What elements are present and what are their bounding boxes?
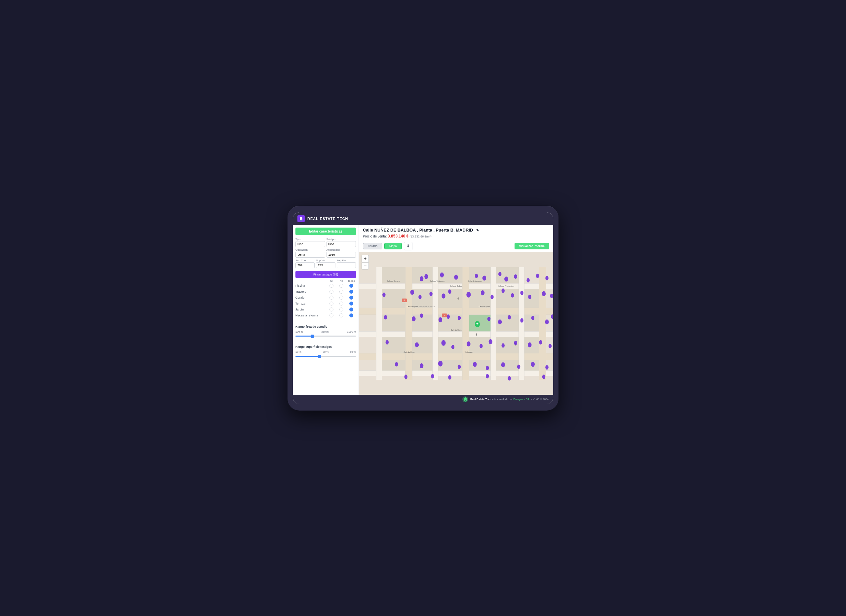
- filter-col-todos: Todos: [347, 279, 356, 282]
- filter-table: Sí No Todos Piscina Trastero: [293, 279, 358, 320]
- form-operacion-antiguedad: Operación Venta Antigüedad 1960: [293, 248, 358, 258]
- svg-point-111: [549, 344, 552, 348]
- radio-trastero-si[interactable]: [329, 290, 333, 293]
- svg-rect-7: [376, 267, 382, 380]
- antiguedad-input[interactable]: 1960: [326, 252, 356, 258]
- radio-terraza-no[interactable]: [339, 302, 343, 305]
- svg-text:Calle de Goya: Calle de Goya: [404, 351, 414, 353]
- footer-logo-icon: [462, 396, 468, 402]
- svg-point-63: [482, 276, 486, 280]
- edit-button[interactable]: Editar características: [295, 227, 356, 235]
- svg-point-94: [498, 320, 502, 324]
- radio-jardin-no[interactable]: [339, 308, 343, 311]
- svg-point-95: [508, 315, 511, 319]
- svg-point-78: [491, 295, 494, 299]
- range-estudio-slider[interactable]: [295, 334, 356, 339]
- download-button[interactable]: ⬇: [404, 242, 413, 250]
- radio-reforma-no[interactable]: [339, 314, 343, 317]
- radio-reforma-todos[interactable]: [349, 314, 353, 317]
- map-container[interactable]: Calle de Serrano Calle de Velázquez Call…: [359, 252, 553, 395]
- zoom-in-button[interactable]: +: [361, 255, 369, 262]
- radio-piscina-no[interactable]: [339, 284, 343, 288]
- range-estudio-section: Rango área de estudio 100 m 350 m 1000 m: [293, 323, 358, 343]
- tab-listado[interactable]: Listado: [363, 243, 382, 249]
- svg-rect-13: [539, 267, 546, 380]
- svg-point-75: [448, 289, 451, 293]
- filter-row-trastero: Trastero: [295, 290, 356, 293]
- svg-point-123: [431, 374, 434, 378]
- filter-label-trastero: Trastero: [295, 290, 326, 293]
- range-estudio-thumb[interactable]: [311, 334, 314, 338]
- radio-garaje-todos[interactable]: [349, 296, 353, 299]
- radio-jardin-todos[interactable]: [349, 308, 353, 311]
- svg-point-96: [520, 318, 523, 323]
- divider-1: [295, 321, 356, 321]
- svg-point-102: [441, 340, 445, 346]
- sup-viv-input[interactable]: 245: [316, 262, 335, 268]
- radio-piscina-si[interactable]: [329, 284, 333, 288]
- range-superficie-slider[interactable]: [295, 354, 356, 359]
- svg-rect-11: [491, 267, 496, 380]
- svg-point-71: [410, 290, 414, 295]
- svg-point-70: [382, 292, 385, 296]
- property-planta: , Planta: [417, 227, 432, 233]
- svg-point-60: [440, 272, 444, 277]
- radio-trastero-todos[interactable]: [349, 290, 353, 293]
- sup-par-input[interactable]: [337, 262, 356, 268]
- report-button[interactable]: Visualizar Informe: [514, 243, 549, 249]
- range-estudio-mid: 350 m: [321, 330, 329, 333]
- zoom-out-button[interactable]: −: [361, 262, 369, 270]
- map-toolbar: Listado Mapa ⬇ Visualizar Informe: [359, 240, 553, 252]
- range-superficie-section: Rango superficie testigos 10 % 30 % 60 %: [293, 343, 358, 363]
- download-icon: ⬇: [407, 244, 410, 248]
- svg-point-66: [514, 274, 517, 279]
- range-estudio-labels: 100 m 350 m 1000 m: [295, 330, 356, 333]
- svg-point-119: [517, 364, 520, 369]
- svg-point-100: [386, 340, 389, 344]
- svg-text:Calle de Lagasca: Calle de Lagasca: [468, 280, 482, 282]
- radio-piscina-todos[interactable]: [349, 284, 353, 288]
- filter-button[interactable]: Filtrar testigos (85): [295, 271, 356, 278]
- radio-terraza-todos[interactable]: [349, 302, 353, 305]
- radio-garaje-si[interactable]: [329, 296, 333, 299]
- property-price-row: Precio de venta: 3.853.140 € (13.332,66 …: [363, 234, 549, 239]
- price-m2: (13.332,66 €/m²): [410, 235, 432, 238]
- form-sup-row: Sup Con 289 Sup Viv 245 Sup Par: [293, 259, 358, 268]
- svg-rect-41: [496, 360, 518, 370]
- filter-row-garaje: Garaje: [295, 296, 356, 299]
- svg-point-89: [447, 314, 450, 318]
- svg-text:P: P: [404, 299, 405, 302]
- edit-address-icon[interactable]: ✎: [476, 229, 479, 232]
- filter-row-reforma: Necesita reforma: [295, 314, 356, 317]
- subtipo-select[interactable]: Piso: [326, 241, 356, 247]
- svg-point-109: [528, 342, 532, 347]
- svg-rect-23: [496, 289, 518, 308]
- footer-text: Real Estate Tech - desarrollado por Data…: [470, 397, 549, 400]
- svg-point-67: [526, 278, 529, 282]
- radio-trastero-no[interactable]: [339, 290, 343, 293]
- svg-point-83: [542, 291, 546, 296]
- sup-con-input[interactable]: 289: [295, 262, 314, 268]
- radio-terraza-si[interactable]: [329, 302, 333, 305]
- price-label: Precio de venta:: [363, 235, 387, 238]
- antiguedad-label: Antigüedad: [326, 248, 356, 251]
- range-estudio-title: Rango área de estudio: [295, 325, 356, 328]
- property-puerta: , Puerta B, MADRID: [433, 227, 473, 233]
- svg-text:✝: ✝: [475, 332, 478, 336]
- range-superficie-title: Rango superficie testigos: [295, 345, 356, 349]
- svg-point-133: [465, 401, 466, 402]
- radio-reforma-si[interactable]: [329, 314, 333, 317]
- svg-rect-20: [412, 289, 433, 308]
- filter-row-terraza: Terraza: [295, 302, 356, 305]
- tipo-select[interactable]: Piso: [295, 241, 325, 247]
- filter-row-jardin: Jardín: [295, 308, 356, 311]
- radio-garaje-no[interactable]: [339, 296, 343, 299]
- range-superficie-thumb[interactable]: [318, 355, 321, 358]
- map-zoom-controls: + −: [361, 255, 369, 270]
- svg-point-65: [504, 276, 508, 282]
- svg-point-62: [475, 273, 478, 278]
- operacion-select[interactable]: Venta: [295, 252, 325, 258]
- tab-mapa[interactable]: Mapa: [384, 243, 402, 249]
- svg-rect-33: [438, 337, 462, 353]
- radio-jardin-si[interactable]: [329, 308, 333, 311]
